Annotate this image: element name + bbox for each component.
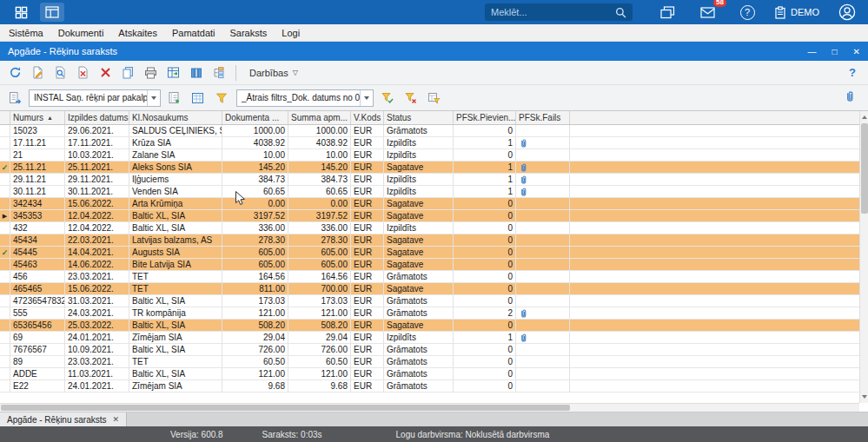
register-button[interactable]: [164, 89, 184, 108]
cancel-document-button[interactable]: [73, 63, 93, 82]
delete-button[interactable]: [96, 63, 116, 82]
menu-saraksts[interactable]: Saraksts: [230, 28, 268, 38]
table-row[interactable]: 21 10.03.2021. Zalane SIA 10.00 10.00 EU…: [0, 149, 868, 162]
table-row[interactable]: ▶ 345353 12.04.2022. Baltic XL, SIA 3197…: [0, 210, 868, 222]
menu-sistema[interactable]: Sistēma: [9, 28, 43, 38]
cell-filler: [570, 380, 868, 392]
window-list-button[interactable]: [40, 3, 64, 22]
chevron-down-icon[interactable]: [147, 90, 160, 106]
filter-button[interactable]: [211, 89, 231, 108]
cell-v-kods: EUR: [351, 137, 384, 148]
transfer-button[interactable]: [5, 89, 25, 108]
table-row[interactable]: 47236547832 31.03.2021. Baltic XL, SIA 1…: [0, 295, 868, 307]
header-dokumenta-summa[interactable]: Dokumenta ...: [222, 111, 288, 124]
vertical-scroll-thumb[interactable]: [861, 123, 868, 214]
copy-button[interactable]: [118, 63, 138, 82]
header-status[interactable]: Status: [384, 111, 454, 124]
header-pfsk-pievien[interactable]: PFSk.Pievien...: [454, 111, 516, 124]
menu-atskaites[interactable]: Atskaites: [118, 28, 157, 38]
demo-account[interactable]: DEMO: [775, 6, 819, 19]
filter-clear-button[interactable]: [401, 89, 421, 108]
cell-numurs: 465465: [10, 283, 65, 294]
preset-select[interactable]: INSTAL Saņ. rēķni par pakalpojumier: [29, 89, 161, 107]
table-row[interactable]: 7676567 10.09.2021. Baltic XL, SIA 726.0…: [0, 344, 868, 356]
help-button[interactable]: ?: [735, 3, 759, 22]
transfer-icon: [9, 91, 22, 104]
table-row[interactable]: 45434 22.03.2021. Latvijas balzams, AS 2…: [0, 234, 868, 247]
table-row[interactable]: 45463 14.06.2022. Bite Latvija SIA 605.0…: [0, 259, 868, 271]
menu-logi[interactable]: Logi: [282, 28, 300, 38]
table-row[interactable]: 465465 15.06.2022. TET 811.00 700.00 EUR…: [0, 283, 868, 295]
apps-menu-button[interactable]: [9, 3, 33, 22]
cell-v-kods: EUR: [351, 283, 384, 294]
table-row[interactable]: 17.11.21 17.11.2021. Krūza SIA 4038.92 4…: [0, 137, 868, 149]
cell-v-kods: EUR: [351, 259, 384, 270]
row-marker: [0, 295, 10, 307]
cell-numurs: 45463: [10, 259, 65, 270]
table-row[interactable]: 29.11.21 29.11.2021. Iļģuciems 384.73 38…: [0, 174, 868, 186]
windows-button[interactable]: [655, 3, 679, 22]
table-row[interactable]: 456 23.03.2021. TET 164.56 164.56 EUR Gr…: [0, 271, 868, 283]
edit-button[interactable]: [28, 63, 48, 82]
table-row[interactable]: 89 23.03.2021. TET 60.50 60.50 EUR Grāma…: [0, 356, 868, 368]
vertical-scrollbar[interactable]: [859, 111, 868, 403]
quick-filter-select[interactable]: _Ātrais filtrs_Dok. datums no 01.06.: [236, 89, 374, 107]
cell-izpildes-datums: 24.01.2021.: [65, 332, 129, 343]
header-numurs[interactable]: Numurs▲: [10, 111, 65, 124]
header-label: Numurs: [13, 113, 43, 122]
menu-pamatdati[interactable]: Pamatdati: [172, 28, 215, 38]
attachments-button[interactable]: [844, 90, 863, 106]
darbibas-button[interactable]: Darbības ▽: [243, 63, 304, 82]
cell-kl-nosaukums: Baltic XL, SIA: [129, 210, 222, 221]
cell-dokumenta-summa: 60.50: [222, 356, 288, 367]
table-row[interactable]: 555 24.03.2021. TR kompānija 121.00 121.…: [0, 307, 868, 320]
table-row[interactable]: 342434 15.06.2022. Arta Krūmiņa 0.00 0.0…: [0, 198, 868, 210]
print-button[interactable]: [141, 63, 161, 82]
search-icon[interactable]: [615, 7, 626, 18]
header-summa-apm[interactable]: Summa apm...: [288, 111, 351, 124]
grid-view-button[interactable]: [188, 89, 208, 108]
menu-dokumenti[interactable]: Dokumenti: [58, 28, 104, 38]
cell-dokumenta-summa: 605.00: [222, 259, 288, 270]
header-v-kods[interactable]: V.Kods: [351, 111, 384, 124]
mail-button[interactable]: 58: [695, 3, 719, 22]
columns-button[interactable]: [186, 63, 206, 82]
cell-pfsk-pievien: 0: [454, 222, 516, 234]
table-row[interactable]: 65365456 25.03.2022. Baltic XL, SIA 508.…: [0, 320, 868, 332]
table-row[interactable]: ✓ 25.11.21 25.11.2021. Aleks Sons SIA 14…: [0, 162, 868, 174]
filter-apply-button[interactable]: [377, 89, 397, 108]
global-search[interactable]: [485, 3, 633, 21]
copy-icon: [122, 66, 135, 79]
cell-numurs: 65365456: [10, 320, 65, 331]
tree-view-button[interactable]: [209, 63, 229, 82]
filter-settings-button[interactable]: [424, 89, 444, 108]
table-row[interactable]: 432 12.04.2022. Baltic XL, SIA 336.00 33…: [0, 222, 868, 234]
scroll-down-arrow[interactable]: [860, 392, 868, 402]
toolbar-help-icon[interactable]: ?: [849, 66, 863, 79]
table-row[interactable]: 30.11.21 30.11.2021. Venden SIA 60.65 60…: [0, 186, 868, 198]
header-kl-nosaukums[interactable]: Kl.Nosaukums: [129, 111, 222, 124]
table-row[interactable]: E22 24.01.2021. Zīmējam SIA 9.68 9.68 EU…: [0, 380, 868, 393]
tab-close-icon[interactable]: ✕: [113, 415, 120, 424]
tab-rekinu-saraksts[interactable]: Apgāde - Rēķinu saraksts ✕: [0, 412, 127, 426]
export-button[interactable]: [163, 63, 183, 82]
find-document-button[interactable]: [50, 63, 70, 82]
scroll-up-arrow[interactable]: [860, 112, 868, 122]
close-button[interactable]: ✕: [853, 47, 860, 56]
sort-asc-icon: ▲: [47, 115, 53, 121]
chevron-down-icon[interactable]: [360, 90, 373, 106]
user-button[interactable]: [835, 3, 859, 22]
horizontal-scrollbar[interactable]: [0, 403, 859, 412]
minimize-button[interactable]: —: [808, 47, 817, 56]
header-marker[interactable]: [0, 111, 10, 124]
table-row[interactable]: ADDE 11.03.2021. Baltic XL, SIA 121.00 1…: [0, 368, 868, 380]
header-izpildes-datums[interactable]: Izpildes datums: [65, 111, 129, 124]
maximize-button[interactable]: □: [832, 47, 838, 56]
horizontal-scroll-thumb[interactable]: [1, 405, 570, 411]
table-row[interactable]: 69 24.01.2021. Zīmējam SIA 29.04 29.04 E…: [0, 332, 868, 344]
table-row[interactable]: ✓ 45445 14.04.2021. Augusts SIA 605.00 6…: [0, 247, 868, 259]
table-row[interactable]: 15023 29.06.2021. SALDUS CEĻINIEKS, SIA …: [0, 125, 868, 137]
search-input[interactable]: [491, 7, 610, 17]
header-pfsk-fails[interactable]: PFSk.Fails: [516, 111, 570, 124]
refresh-button[interactable]: [5, 63, 25, 82]
